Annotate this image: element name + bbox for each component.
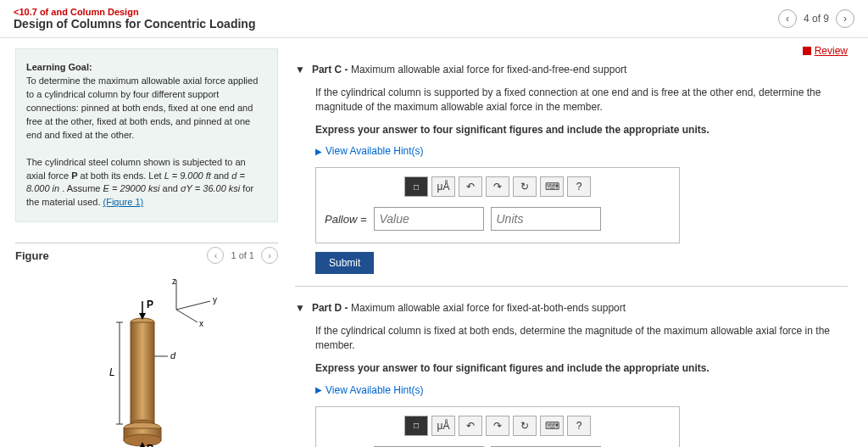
templates-button[interactable]: □ [404, 176, 428, 197]
page-title: Design of Columns for Concentric Loading [14, 17, 255, 31]
answer-label: Pallow = [325, 213, 367, 226]
figure-next-button[interactable]: › [261, 247, 278, 264]
part-c-header: ▼ Part C - Maximum allowable axial force… [295, 64, 848, 75]
templates-button[interactable]: □ [404, 416, 428, 436]
figure-pager: 1 of 1 [231, 250, 254, 260]
prev-page-button[interactable]: ‹ [778, 9, 797, 28]
part-c-prompt: If the cylindrical column is supported b… [315, 86, 848, 115]
answer-toolbar: □ μÅ ↶ ↷ ↻ ⌨ ? [325, 416, 670, 436]
figure-label: Figure [15, 249, 49, 262]
learning-goal-box: Learning Goal: To determine the maximum … [15, 48, 278, 222]
value-input[interactable] [374, 207, 484, 231]
part-c-instr: Express your answer to four significant … [315, 123, 848, 137]
svg-rect-7 [131, 322, 154, 424]
breadcrumb: <10.7 of and Column Design [14, 7, 255, 17]
svg-text:L: L [109, 366, 115, 378]
figure-image: z y x P P d L [15, 276, 278, 447]
svg-line-4 [176, 310, 198, 322]
review-link[interactable]: Review [803, 45, 848, 57]
part-c-body: If the cylindrical column is supported b… [315, 86, 848, 243]
svg-line-2 [176, 301, 210, 310]
figure-header: Figure ‹ 1 of 1 › [15, 243, 278, 267]
svg-text:y: y [213, 295, 217, 305]
reset-button[interactable]: ↻ [513, 416, 537, 436]
page-nav: ‹ 4 of 9 › [778, 9, 854, 28]
svg-text:d: d [170, 350, 176, 360]
reset-button[interactable]: ↻ [513, 176, 537, 197]
undo-button[interactable]: ↶ [459, 176, 482, 197]
next-page-button[interactable]: › [836, 9, 854, 28]
part-d-body: If the cylindrical column is fixed at bo… [315, 324, 848, 447]
help-button[interactable]: ? [567, 176, 591, 197]
learning-goal-heading: Learning Goal: [26, 62, 92, 72]
redo-button[interactable]: ↷ [486, 176, 509, 197]
figure-link[interactable]: (Figure 1) [103, 197, 144, 207]
svg-text:P: P [147, 443, 153, 447]
collapse-icon[interactable]: ▼ [295, 64, 305, 75]
learning-goal-p1: To determine the maximum allowable axial… [26, 75, 258, 140]
flag-icon [803, 47, 811, 55]
header: <10.7 of and Column Design Design of Col… [0, 0, 868, 38]
answer-toolbar: □ μÅ ↶ ↷ ↻ ⌨ ? [325, 176, 670, 197]
answer-box-c: □ μÅ ↶ ↷ ↻ ⌨ ? Pallow = [315, 167, 680, 243]
answer-box-d: □ μÅ ↶ ↷ ↻ ⌨ ? Pallow = [315, 406, 680, 447]
caret-right-icon: ▶ [315, 385, 322, 394]
redo-button[interactable]: ↷ [486, 416, 509, 436]
units-input[interactable] [491, 207, 601, 231]
svg-text:P: P [147, 299, 153, 310]
keyboard-button[interactable]: ⌨ [540, 176, 564, 197]
figure-prev-button[interactable]: ‹ [207, 247, 224, 264]
divider [295, 286, 848, 287]
collapse-icon[interactable]: ▼ [295, 302, 305, 314]
keyboard-button[interactable]: ⌨ [540, 416, 564, 436]
page-indicator: 4 of 9 [804, 13, 829, 25]
svg-text:z: z [172, 277, 176, 286]
hints-toggle[interactable]: ▶View Available Hint(s) [315, 145, 848, 157]
part-d-instr: Express your answer to four significant … [315, 361, 848, 376]
units-mu-button[interactable]: μÅ [431, 416, 455, 436]
part-d-prompt: If the cylindrical column is fixed at bo… [315, 324, 848, 353]
part-d-header: ▼ Part D - Maximum allowable axial force… [295, 302, 848, 314]
undo-button[interactable]: ↶ [459, 416, 482, 436]
help-button[interactable]: ? [567, 416, 591, 436]
units-mu-button[interactable]: μÅ [431, 176, 455, 197]
hints-toggle[interactable]: ▶View Available Hint(s) [315, 384, 848, 396]
submit-button[interactable]: Submit [315, 252, 374, 274]
svg-text:x: x [199, 319, 203, 328]
caret-right-icon: ▶ [315, 147, 322, 156]
